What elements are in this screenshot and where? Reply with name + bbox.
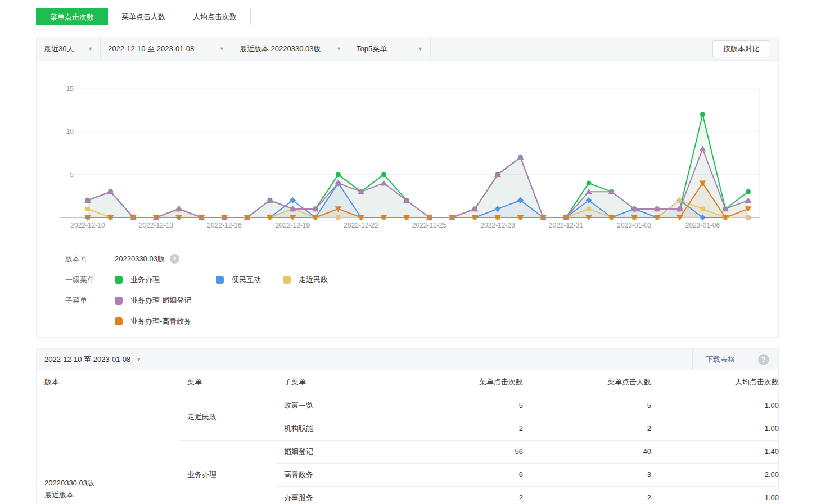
avg-clicks-cell: 1.00 — [652, 394, 779, 417]
sub-menu-cell: 政策一览 — [276, 394, 411, 417]
menu-clicks-cell: 2 — [411, 417, 524, 440]
svg-text:2022-12-10: 2022-12-10 — [70, 221, 105, 229]
metric-tabbar: 菜单点击次数 菜单点击人数 人均点击次数 — [36, 8, 251, 25]
avg-clicks-cell: 1.00 — [652, 486, 779, 504]
chart-panel: 最近30天 ▼ 2022-12-10 至 2023-01-08 ▼ 最近版本 2… — [36, 37, 779, 338]
table-row: 20220330.03版最近版本走近民政政策一览551.00 — [37, 394, 779, 417]
svg-text:2022-12-22: 2022-12-22 — [344, 221, 378, 229]
line-chart[interactable]: 510152022-12-102022-12-132022-12-162022-… — [37, 61, 778, 236]
menu-clicks-cell: 5 — [411, 394, 524, 417]
menu-clicks-cell: 56 — [411, 440, 524, 463]
menu-users-cell: 40 — [524, 440, 652, 463]
legend-swatch-icon — [283, 276, 291, 284]
sub-menu-cell: 高青政务 — [276, 463, 411, 486]
menu-users-cell: 2 — [524, 417, 652, 440]
download-table-button[interactable]: 下载表格 — [692, 349, 748, 370]
chevron-down-icon: ▼ — [219, 46, 224, 52]
menu-users-cell: 2 — [524, 486, 652, 504]
chevron-down-icon: ▼ — [88, 46, 93, 52]
sub-menu-cell: 办事服务 — [276, 486, 411, 504]
legend-swatch-icon — [115, 297, 123, 305]
chart-legend: 版本号 20220330.03版 ? 一级菜单 业务办理便民互动走近民政 子菜单… — [37, 248, 778, 332]
level1-menu-label: 一级菜单 — [65, 275, 115, 285]
svg-text:2023-01-03: 2023-01-03 — [617, 221, 652, 229]
top5-filter[interactable]: Top5菜单 ▼ — [349, 37, 431, 60]
table-actions: 下载表格 ? — [692, 349, 778, 370]
table-topbar: 2022-12-10 至 2023-01-08 ▼ 下载表格 ? — [37, 349, 778, 370]
version-filter[interactable]: 最近版本 20220330.03版 ▼ — [232, 37, 349, 60]
version-number-value: 20220330.03版 — [115, 254, 165, 264]
legend-item-label: 业务办理-高青政务 — [130, 316, 191, 326]
legend-item-label: 业务办理-婚姻登记 — [130, 296, 191, 306]
col-menu-users: 菜单点击人数 — [524, 370, 652, 394]
svg-text:2023-01-06: 2023-01-06 — [685, 221, 720, 229]
legend-item-label: 业务办理 — [130, 275, 160, 285]
legend-sub-row-2: 业务办理-高青政务 — [65, 311, 778, 332]
legend-swatch-icon — [115, 317, 123, 325]
legend-item-label: 便民互动 — [232, 275, 261, 285]
avg-clicks-cell: 2.00 — [652, 463, 779, 486]
legend-item[interactable]: 业务办理-高青政务 — [115, 316, 191, 326]
date-range-filter[interactable]: 2022-12-10 至 2023-01-08 ▼ — [101, 37, 232, 60]
legend-item[interactable]: 便民互动 — [216, 275, 283, 285]
filter-bar: 最近30天 ▼ 2022-12-10 至 2023-01-08 ▼ 最近版本 2… — [37, 37, 778, 61]
level1-legend-items: 业务办理便民互动走近民政 — [115, 275, 328, 285]
legend-sub-row-1: 子菜单 业务办理-婚姻登记 — [65, 290, 778, 311]
menu-clicks-cell: 2 — [411, 486, 524, 504]
table-header-row: 版本 菜单 子菜单 菜单点击次数 菜单点击人数 人均点击次数 — [37, 370, 779, 394]
svg-text:2022-12-28: 2022-12-28 — [480, 221, 515, 229]
version-filter-label: 最近版本 20220330.03版 — [240, 44, 321, 54]
sub-menu-cell: 机构职能 — [276, 417, 411, 440]
table-panel: 2022-12-10 至 2023-01-08 ▼ 下载表格 ? 版本 菜单 子… — [36, 348, 779, 504]
metrics-table: 版本 菜单 子菜单 菜单点击次数 菜单点击人数 人均点击次数 20220330.… — [37, 370, 779, 504]
svg-text:5: 5 — [70, 171, 74, 179]
version-name: 20220330.03版 — [44, 477, 179, 489]
legend-item[interactable]: 业务办理 — [115, 275, 216, 285]
legend-version-row: 版本号 20220330.03版 ? — [65, 248, 778, 269]
svg-text:2022-12-19: 2022-12-19 — [276, 221, 310, 229]
svg-text:15: 15 — [66, 85, 74, 93]
svg-text:2022-12-13: 2022-12-13 — [139, 221, 174, 229]
analytics-page: 菜单点击次数 菜单点击人数 人均点击次数 最近30天 ▼ 2022-12-10 … — [0, 0, 821, 504]
menu-users-cell: 5 — [524, 394, 652, 417]
tab-menu-users[interactable]: 菜单点击人数 — [108, 8, 179, 25]
tab-avg-clicks[interactable]: 人均点击次数 — [179, 8, 251, 25]
sub-legend-items-2: 业务办理-高青政务 — [115, 316, 191, 326]
col-submenu: 子菜单 — [276, 370, 411, 394]
tab-menu-clicks[interactable]: 菜单点击次数 — [36, 8, 108, 25]
sub-menu-label: 子菜单 — [65, 296, 115, 306]
legend-item-label: 走近民政 — [299, 275, 328, 285]
menu-cell: 业务办理 — [179, 440, 276, 504]
version-cell: 20220330.03版最近版本 — [37, 394, 179, 504]
menu-clicks-cell: 6 — [411, 463, 524, 486]
period-filter[interactable]: 最近30天 ▼ — [37, 37, 101, 60]
version-number-label: 版本号 — [65, 254, 115, 264]
col-avg-clicks: 人均点击次数 — [652, 370, 779, 394]
legend-item[interactable]: 业务办理-婚姻登记 — [115, 296, 191, 306]
avg-clicks-cell: 1.00 — [652, 417, 779, 440]
chevron-down-icon[interactable]: ▼ — [136, 357, 141, 362]
col-menu-clicks: 菜单点击次数 — [411, 370, 524, 394]
sub-legend-items-1: 业务办理-婚姻登记 — [115, 296, 191, 306]
svg-text:2022-12-25: 2022-12-25 — [412, 221, 447, 229]
line-chart-svg: 510152022-12-102022-12-132022-12-162022-… — [37, 61, 778, 236]
svg-text:10: 10 — [66, 128, 74, 135]
col-version: 版本 — [37, 370, 179, 394]
legend-item[interactable]: 走近民政 — [283, 275, 328, 285]
avg-clicks-cell: 1.40 — [652, 440, 779, 463]
table-date-range[interactable]: 2022-12-10 至 2023-01-08 — [44, 355, 130, 365]
table-help-cell: ? — [748, 349, 778, 370]
version-tag: 最近版本 — [44, 489, 179, 501]
chevron-down-icon: ▼ — [336, 46, 341, 52]
menu-cell: 走近民政 — [179, 394, 276, 440]
legend-swatch-icon — [115, 276, 123, 284]
version-help-icon[interactable]: ? — [170, 254, 179, 264]
sub-menu-cell: 婚姻登记 — [276, 440, 411, 463]
table-help-icon[interactable]: ? — [758, 354, 769, 365]
period-filter-label: 最近30天 — [44, 44, 74, 54]
col-menu: 菜单 — [179, 370, 276, 394]
compare-by-version-button[interactable]: 按版本对比 — [712, 40, 770, 57]
top5-filter-label: Top5菜单 — [357, 44, 387, 54]
chevron-down-icon: ▼ — [418, 46, 423, 52]
legend-swatch-icon — [216, 276, 224, 284]
